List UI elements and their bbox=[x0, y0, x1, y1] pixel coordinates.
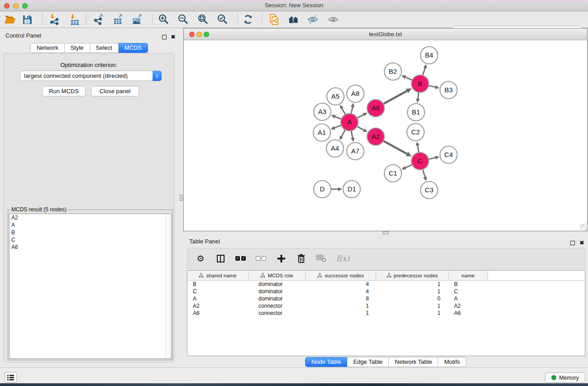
mcds-result-item[interactable]: A bbox=[10, 221, 171, 229]
mcds-result-group: MCDS result (5 nodes) A2ABCA6 bbox=[8, 206, 173, 360]
close-panel-icon[interactable]: ✖ bbox=[171, 33, 176, 41]
optimization-criterion-dropdown[interactable]: largest connected component (directed) ▲… bbox=[20, 71, 162, 81]
graph-edge-C-C3[interactable] bbox=[423, 170, 425, 177]
show-eye-icon[interactable] bbox=[325, 13, 341, 26]
delete-column-icon[interactable] bbox=[296, 253, 306, 264]
hide-eye-icon[interactable] bbox=[305, 13, 320, 26]
import-network-icon[interactable] bbox=[47, 13, 62, 26]
graph-edge-B-B4[interactable] bbox=[423, 68, 425, 75]
window-title: Session: New Session bbox=[0, 2, 588, 9]
network-canvas[interactable]: AA1A2A3A4A5A6A7A8BB1B2B3B4CC1C2C3C4DD1 bbox=[184, 40, 587, 231]
table-tab-node-table[interactable]: Node Table bbox=[305, 357, 348, 367]
table-cell: 4 bbox=[306, 281, 376, 288]
graph-edge-A-A5[interactable] bbox=[342, 108, 345, 114]
resize-grip-icon[interactable] bbox=[580, 224, 587, 230]
close-panel-button[interactable]: Close panel bbox=[91, 86, 139, 96]
add-column-icon[interactable] bbox=[276, 253, 286, 264]
status-bar: Memory bbox=[0, 367, 588, 383]
mcds-result-scrollbar[interactable] bbox=[165, 214, 171, 358]
tab-style[interactable]: Style bbox=[65, 43, 90, 53]
tab-mcds[interactable]: MCDS bbox=[119, 43, 148, 53]
table-row[interactable]: Bdominator41B bbox=[187, 281, 585, 288]
table-tab-edge-table[interactable]: Edge Table bbox=[347, 357, 389, 367]
open-folder-icon[interactable] bbox=[2, 13, 18, 26]
clone-network-icon[interactable] bbox=[266, 13, 282, 26]
zoom-out-icon[interactable] bbox=[176, 13, 191, 26]
task-history-button[interactable] bbox=[5, 372, 17, 383]
table-cell: B bbox=[187, 281, 249, 288]
table-cell: dominator bbox=[249, 281, 306, 288]
graph-edge-C-C1[interactable] bbox=[405, 165, 411, 167]
deselect-all-icon[interactable] bbox=[256, 253, 266, 264]
graph-edge-A-A6[interactable] bbox=[358, 114, 364, 118]
memory-label: Memory bbox=[559, 375, 578, 381]
table-close-icon[interactable]: ✖ bbox=[579, 238, 584, 247]
graph-edge-B-B2[interactable] bbox=[405, 77, 411, 80]
graph-edge-A2-C[interactable] bbox=[384, 141, 407, 154]
graph-edge-arrowhead bbox=[416, 99, 420, 103]
table-row[interactable]: A6connector11A6 bbox=[187, 310, 585, 317]
function-builder-icon[interactable]: f(x) bbox=[336, 253, 349, 264]
mcds-result-item[interactable]: C bbox=[10, 236, 171, 243]
graph-edge-B-B1[interactable] bbox=[418, 93, 419, 99]
control-panel-title: Control Panel bbox=[5, 32, 41, 39]
graph-edge-arrowhead bbox=[423, 176, 427, 181]
mcds-result-list[interactable]: A2ABCA6 bbox=[9, 214, 172, 359]
column-header-successor-nodes[interactable]: successor nodes bbox=[306, 271, 376, 280]
optimization-criterion-label: Optimization criterion: bbox=[4, 62, 174, 68]
table-row[interactable]: Cdominator41C bbox=[187, 288, 585, 295]
import-table-icon[interactable] bbox=[67, 13, 82, 26]
graph-node-label: D bbox=[320, 185, 325, 193]
table-mode-gear-icon[interactable]: ⚙ bbox=[196, 253, 206, 264]
tab-select[interactable]: Select bbox=[90, 43, 119, 53]
graph-edge-B-B3[interactable] bbox=[429, 86, 435, 87]
column-header-mcds-role[interactable]: MCDS role bbox=[249, 271, 306, 280]
graph-edge-C-C4[interactable] bbox=[429, 158, 435, 159]
vertical-divider-handle[interactable] bbox=[180, 195, 183, 201]
export-image-icon[interactable] bbox=[129, 13, 145, 26]
run-mcds-button[interactable]: Run MCDS bbox=[42, 86, 86, 96]
table-cell: A2 bbox=[449, 302, 488, 310]
graph-node-label: C bbox=[418, 157, 423, 165]
graph-edge-A-A3[interactable] bbox=[335, 117, 341, 119]
column-header-shared-name[interactable]: shared name bbox=[187, 271, 249, 280]
graph-edge-A-A8[interactable] bbox=[351, 107, 353, 113]
table-float-icon[interactable] bbox=[570, 239, 575, 247]
zoom-fit-icon[interactable] bbox=[196, 13, 211, 26]
memory-button[interactable]: Memory bbox=[545, 372, 585, 383]
show-columns-icon[interactable] bbox=[215, 253, 225, 264]
delete-table-icon[interactable] bbox=[316, 253, 326, 264]
table-cell: 1 bbox=[376, 281, 449, 288]
graph-edge-A-A1[interactable] bbox=[335, 125, 341, 128]
tab-network[interactable]: Network bbox=[30, 43, 65, 53]
select-all-icon[interactable]: ✓✓ bbox=[235, 253, 246, 264]
column-header-predecessor-nodes[interactable]: predecessor nodes bbox=[376, 271, 449, 280]
mcds-result-item[interactable]: A2 bbox=[10, 214, 171, 221]
network-graph[interactable]: AA1A2A3A4A5A6A7A8BB1B2B3B4CC1C2C3C4DD1 bbox=[184, 40, 587, 231]
refresh-icon[interactable] bbox=[240, 13, 256, 26]
horizontal-divider-handle[interactable] bbox=[382, 231, 389, 234]
mcds-result-item[interactable]: B bbox=[10, 229, 171, 236]
zoom-in-icon[interactable] bbox=[156, 13, 172, 26]
table-row[interactable]: A2connector11A2 bbox=[187, 302, 585, 310]
export-network-icon[interactable] bbox=[91, 13, 106, 26]
network-view-window: testGlobe.txt AA1A2A3A4A5A6A7A8BB1B2B3B4… bbox=[183, 28, 588, 231]
main-toolbar bbox=[0, 11, 588, 28]
home-icon[interactable] bbox=[286, 13, 301, 26]
graph-edge-C-C2[interactable] bbox=[418, 146, 419, 152]
graph-edge-A-A4[interactable] bbox=[341, 130, 345, 137]
mcds-result-item[interactable]: A6 bbox=[10, 243, 171, 251]
export-table-icon[interactable] bbox=[110, 13, 126, 26]
network-window-titlebar[interactable]: testGlobe.txt bbox=[184, 29, 587, 40]
save-icon[interactable] bbox=[19, 13, 35, 26]
column-header-name[interactable]: name bbox=[449, 271, 488, 280]
float-panel-icon[interactable] bbox=[162, 33, 167, 41]
zoom-selected-icon[interactable] bbox=[215, 13, 230, 26]
graph-node-label: B1 bbox=[412, 108, 420, 116]
table-tab-network-table[interactable]: Network Table bbox=[389, 357, 438, 367]
table-row[interactable]: Adominator80A bbox=[187, 295, 585, 302]
table-tab-motifs[interactable]: Motifs bbox=[438, 357, 466, 367]
graph-edge-A6-B[interactable] bbox=[384, 91, 407, 104]
graph-edge-A-A7[interactable] bbox=[351, 131, 353, 138]
graph-edge-A-A2[interactable] bbox=[358, 127, 364, 130]
